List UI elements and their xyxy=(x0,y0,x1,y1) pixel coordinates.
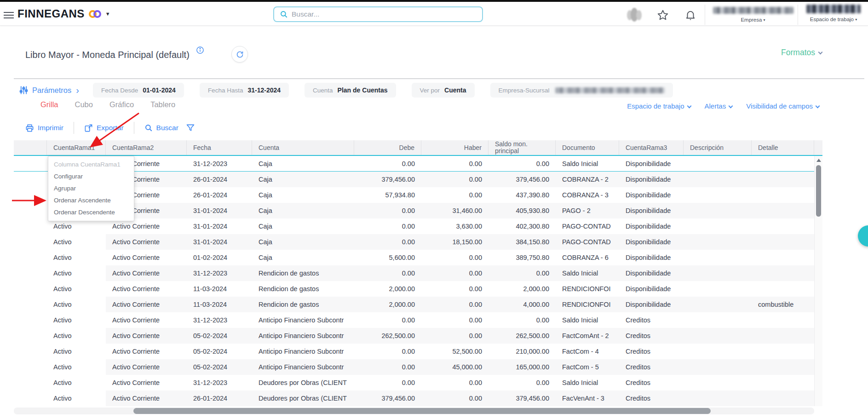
column-header-CuentaRama2[interactable]: CuentaRama2 xyxy=(106,140,187,155)
view-link-label: Alertas xyxy=(705,102,726,110)
scroll-up-arrow-icon[interactable] xyxy=(816,159,821,162)
table-row[interactable]: ActivoActivo Corriente31-12-2023Caja0.00… xyxy=(14,156,822,172)
table-row[interactable]: ActivoActivo Corriente31-01-2024Caja0.00… xyxy=(14,218,822,234)
cell: Deudores por Obras (CLIENT xyxy=(252,375,354,390)
cell xyxy=(752,250,814,265)
filter-funnel-icon[interactable] xyxy=(186,123,195,132)
info-icon[interactable] xyxy=(196,46,204,56)
tab-tablero[interactable]: Tablero xyxy=(150,100,175,114)
param-chip[interactable]: CuentaPlan de Cuentas xyxy=(305,83,396,98)
table-row[interactable]: ActivoActivo Corriente05-02-2024Anticipo… xyxy=(14,328,822,344)
param-chip[interactable]: Fecha Desde01-01-2024 xyxy=(93,83,184,98)
tab-gráfico[interactable]: Gráfico xyxy=(109,100,134,114)
table-row[interactable]: ActivoActivo Corriente31-12-2023Anticipo… xyxy=(14,312,822,328)
table-row[interactable]: ActivoActivo Corriente26-01-2024Deudores… xyxy=(14,390,822,406)
workspace-selector[interactable]: Espacio de trabajo ▾ xyxy=(801,5,866,22)
cell: 31-12-2023 xyxy=(187,375,252,390)
column-header-handle[interactable] xyxy=(14,140,47,155)
notifications-bell-icon[interactable] xyxy=(684,9,696,21)
cell: 05-02-2024 xyxy=(187,359,252,375)
cell: 2,000.00 xyxy=(354,297,421,312)
table-row[interactable]: ActivoActivo Corriente31-12-2023Deudores… xyxy=(14,375,822,390)
cell xyxy=(14,265,47,281)
column-header-Cuenta[interactable]: Cuenta xyxy=(252,140,354,155)
view-link[interactable]: Alertas xyxy=(705,102,733,110)
cell: Caja xyxy=(252,250,354,265)
brand-logo: FINNEGANS ▼ xyxy=(17,7,110,20)
cell: 0.00 xyxy=(421,328,489,344)
cell xyxy=(14,328,47,344)
formatos-dropdown[interactable]: Formatos xyxy=(781,48,822,57)
cell: Rendicion de gastos xyxy=(252,281,354,297)
param-chip[interactable]: Ver porCuenta xyxy=(412,83,475,98)
chevron-down-icon xyxy=(816,104,820,109)
context-menu-item-ordenar-ascendente[interactable]: Ordenar Ascendente xyxy=(48,195,134,207)
cell: 0.00 xyxy=(354,265,421,281)
favorites-star-icon[interactable] xyxy=(657,9,669,21)
cell xyxy=(684,359,752,375)
cell xyxy=(684,250,752,265)
table-row[interactable]: ActivoActivo Corriente31-01-2024Caja0.00… xyxy=(14,234,822,250)
table-row[interactable]: ActivoActivo Corriente11-03-2024Rendicio… xyxy=(14,281,822,297)
table-row[interactable]: ActivoActivo Corriente11-03-2024Rendicio… xyxy=(14,297,822,312)
param-chip[interactable]: Fecha Hasta31-12-2024 xyxy=(200,83,289,98)
param-chip[interactable]: Empresa-Sucursal xyxy=(490,83,673,98)
context-menu-item-configurar[interactable]: Configurar xyxy=(48,171,134,183)
column-header-Debe[interactable]: Debe xyxy=(354,140,421,155)
export-button[interactable]: Exportar xyxy=(84,124,124,132)
horizontal-scrollbar-thumb[interactable] xyxy=(133,408,711,414)
cell xyxy=(684,218,752,234)
table-row[interactable]: ActivoActivo Corriente05-02-2024Anticipo… xyxy=(14,344,822,359)
cell: 0.00 xyxy=(354,359,421,375)
cell xyxy=(752,375,814,390)
context-menu-item-ordenar-descendente[interactable]: Ordenar Descendente xyxy=(48,207,134,218)
tab-cubo[interactable]: Cubo xyxy=(75,100,93,114)
column-header-CuentaRama1[interactable]: CuentaRama1 xyxy=(47,140,106,155)
column-header-Saldo mon. principal[interactable]: Saldo mon. principal xyxy=(489,140,556,155)
column-header-Fecha[interactable]: Fecha xyxy=(187,140,252,155)
tab-grilla[interactable]: Grilla xyxy=(40,100,58,114)
app-window: FINNEGANS ▼ Empresa ▾ Espacio de trabajo… xyxy=(0,0,868,419)
vertical-scrollbar-thumb[interactable] xyxy=(816,165,821,217)
brand-caret-icon[interactable]: ▼ xyxy=(105,11,110,17)
parameter-chips: Fecha Desde01-01-2024Fecha Hasta31-12-20… xyxy=(93,83,673,98)
param-chip-label: Empresa-Sucursal xyxy=(499,87,550,94)
table-row[interactable]: ActivoActivo Corriente26-01-2024Caja57,9… xyxy=(14,187,822,203)
column-header-Detalle[interactable]: Detalle xyxy=(752,140,814,155)
cell xyxy=(14,281,47,297)
search-grid-button[interactable]: Buscar xyxy=(144,124,178,132)
empresa-selector[interactable]: Empresa ▾ xyxy=(711,6,795,23)
column-header-Descripción[interactable]: Descripción xyxy=(684,140,752,155)
cell: 405,930.80 xyxy=(489,203,556,218)
column-header-CuentaRama3[interactable]: CuentaRama3 xyxy=(619,140,684,155)
column-context-menu: Columna CuentaRama1ConfigurarAgruparOrde… xyxy=(48,156,134,221)
cell: Rendicion de gastos xyxy=(252,297,354,312)
table-row[interactable]: ActivoActivo Corriente26-01-2024Caja379,… xyxy=(14,172,822,187)
table-row[interactable]: ActivoActivo Corriente01-02-2024Caja5,60… xyxy=(14,250,822,265)
cell: 11-03-2024 xyxy=(187,281,252,297)
cell: 31-12-2023 xyxy=(187,156,252,171)
parameters-toggle[interactable]: Parámetros › xyxy=(19,85,79,96)
table-row[interactable]: ActivoActivo Corriente31-01-2024Caja0.00… xyxy=(14,203,822,218)
cell: Activo xyxy=(47,390,106,406)
horizontal-scrollbar[interactable] xyxy=(14,408,814,414)
view-link[interactable]: Visibilidad de campos xyxy=(746,102,819,110)
search-input[interactable] xyxy=(292,10,482,18)
cell: Activo Corriente xyxy=(106,234,187,250)
context-menu-item-agrupar[interactable]: Agrupar xyxy=(48,183,134,195)
view-link[interactable]: Espacio de trabajo xyxy=(627,102,690,110)
column-header-Documento[interactable]: Documento xyxy=(556,140,619,155)
cell: Creditos xyxy=(619,390,684,406)
print-button[interactable]: Imprimir xyxy=(25,124,63,132)
cell: combustible xyxy=(752,297,814,312)
vertical-scrollbar[interactable] xyxy=(814,156,822,406)
cell: 384,150.80 xyxy=(489,234,556,250)
column-header-Haber[interactable]: Haber xyxy=(421,140,489,155)
refresh-button[interactable] xyxy=(231,46,248,63)
cell: 0.00 xyxy=(354,156,421,171)
hamburger-menu-icon[interactable] xyxy=(4,10,14,18)
floating-action-button[interactable] xyxy=(858,225,868,247)
cell: PAGO - 2 xyxy=(556,203,619,218)
table-row[interactable]: ActivoActivo Corriente31-12-2023Rendicio… xyxy=(14,265,822,281)
table-row[interactable]: ActivoActivo Corriente05-02-2024Anticipo… xyxy=(14,359,822,375)
